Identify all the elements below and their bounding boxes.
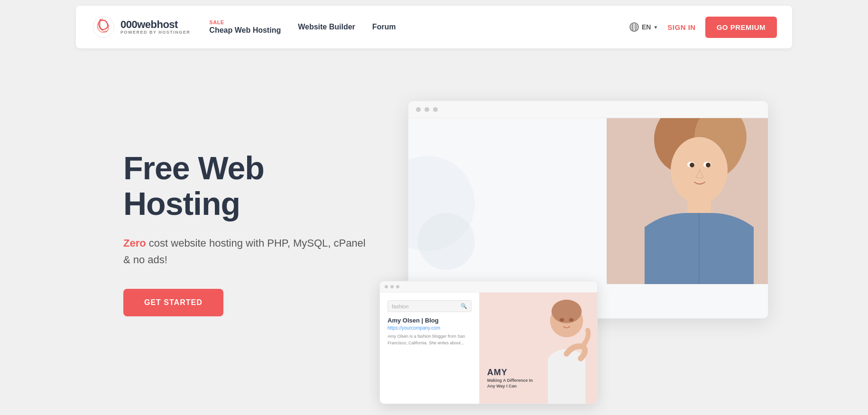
search-bar-sim: fashion 🔍 — [388, 300, 471, 312]
svg-point-19 — [552, 300, 582, 323]
svg-point-20 — [560, 318, 564, 322]
search-icon: 🔍 — [461, 303, 467, 309]
get-started-button[interactable]: GET STARTED — [123, 289, 223, 316]
lang-text: EN — [642, 23, 651, 31]
svg-point-16 — [706, 163, 711, 167]
browser-small-top — [380, 281, 597, 293]
nav-sale-text: Cheap Web Hosting — [209, 26, 281, 35]
browser-dot-2 — [425, 107, 429, 112]
browser-small-dot-1 — [385, 285, 388, 288]
browser-small-dot-3 — [396, 285, 399, 288]
svg-point-15 — [690, 163, 694, 167]
woman-image — [607, 118, 768, 284]
nav-right: EN ▼ SIGN IN GO PREMIUM — [629, 17, 777, 38]
blog-url: https://yourcompany.com — [388, 325, 471, 331]
blog-desc: Amy Olsen is a fashion blogger from San … — [388, 333, 471, 346]
nav-forum[interactable]: Forum — [372, 23, 396, 31]
sign-in-button[interactable]: SIGN IN — [667, 23, 695, 31]
browser-small-content: fashion 🔍 Amy Olsen | Blog https://yourc… — [380, 293, 597, 404]
blog-overlay-name: AMY — [487, 368, 535, 378]
hero-title: Free Web Hosting — [123, 150, 370, 221]
blog-text-overlay: AMY Making A Difference In Any Way I Can — [487, 368, 535, 389]
browser-dot-3 — [433, 107, 438, 112]
navbar: 000webhost POWERED BY HOSTINGER SALE Che… — [76, 6, 792, 48]
browser-mockup-small: fashion 🔍 Amy Olsen | Blog https://yourc… — [379, 281, 598, 404]
hero-left: Free Web Hosting Zero cost website hosti… — [123, 150, 370, 316]
nav-links: SALE Cheap Web Hosting Website Builder F… — [209, 19, 629, 35]
svg-point-21 — [569, 318, 573, 322]
search-text: fashion — [392, 304, 458, 309]
browser-top-bar — [408, 101, 768, 118]
nav-sale-hosting[interactable]: SALE Cheap Web Hosting — [209, 19, 281, 35]
logo-text-block: 000webhost POWERED BY HOSTINGER — [120, 19, 190, 35]
nav-sale-label: SALE — [209, 19, 281, 26]
globe-icon — [629, 22, 639, 32]
hero-desc-zero: Zero — [123, 237, 146, 249]
hero-desc-rest: cost website hosting with PHP, MySQL, cP… — [123, 237, 366, 266]
hero-desc: Zero cost website hosting with PHP, MySQ… — [123, 235, 370, 268]
logo-area[interactable]: 000webhost POWERED BY HOSTINGER — [91, 15, 190, 39]
hero-section: Free Web Hosting Zero cost website hosti… — [0, 48, 868, 409]
logo-main-text: 000webhost — [120, 19, 190, 30]
woman-svg — [607, 118, 768, 284]
chevron-down-icon: ▼ — [653, 25, 658, 30]
blog-right-panel: AMY Making A Difference In Any Way I Can — [480, 293, 597, 404]
nav-website-builder[interactable]: Website Builder — [298, 23, 355, 31]
browser-dot-1 — [416, 107, 421, 112]
browser-small-dot-2 — [390, 285, 394, 288]
blog-overlay-tagline: Making A Difference In Any Way I Can — [487, 378, 535, 389]
blog-name: Amy Olsen | Blog — [388, 317, 471, 324]
navbar-wrapper: 000webhost POWERED BY HOSTINGER SALE Che… — [0, 0, 868, 48]
blog-left-panel: fashion 🔍 Amy Olsen | Blog https://yourc… — [380, 293, 480, 404]
deco-circle-2 — [418, 213, 475, 270]
hero-right: fashion 🔍 Amy Olsen | Blog https://yourc… — [408, 101, 792, 366]
logo-sub-text: POWERED BY HOSTINGER — [120, 30, 190, 35]
logo-icon — [91, 15, 116, 39]
go-premium-button[interactable]: GO PREMIUM — [705, 17, 777, 38]
lang-selector[interactable]: EN ▼ — [629, 22, 658, 32]
